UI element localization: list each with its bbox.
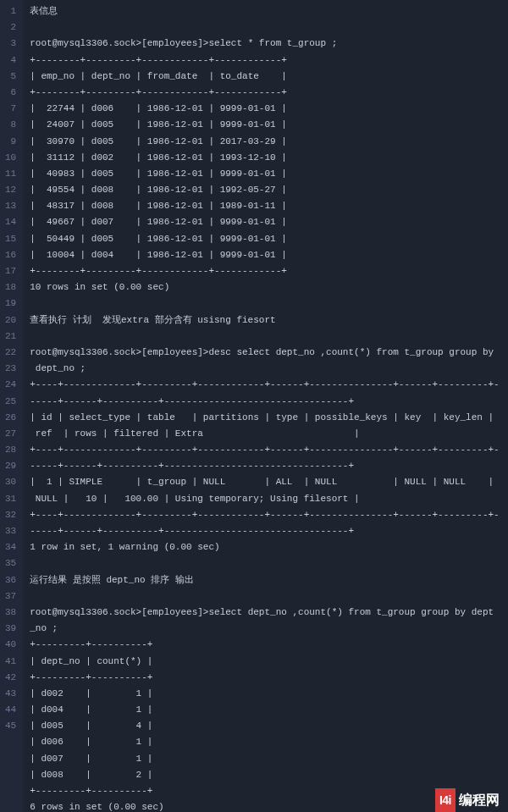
code-line: NULL | 10 | 100.00 | Using temporary; Us… [30, 491, 501, 507]
line-number: 31 [5, 491, 16, 507]
line-number: 15 [5, 231, 16, 247]
line-number: 37 [5, 588, 16, 605]
code-line: | id | select_type | table | partitions … [30, 410, 501, 426]
code-line: +--------+---------+------------+-------… [30, 85, 501, 101]
line-number: 2 [5, 19, 16, 36]
code-line: | 49667 | d007 | 1986-12-01 | 9999-01-01… [30, 214, 501, 230]
code-line: dept_no ; [30, 361, 501, 377]
line-number: 22 [5, 345, 16, 361]
line-number: 32 [5, 507, 16, 523]
line-number: 41 [5, 654, 16, 670]
code-line: 6 rows in set (0.00 sec) [30, 799, 501, 812]
code-line: +----+-------------+---------+----------… [30, 507, 501, 523]
code-line: | d002 | 1 | [30, 686, 501, 702]
code-line: 表信息 [30, 3, 501, 19]
line-number: 17 [5, 263, 16, 279]
code-line: | emp_no | dept_no | from_date | to_date… [30, 69, 501, 85]
code-line: root@mysql3306.sock>[employees]>select *… [30, 36, 501, 52]
line-number: 36 [5, 572, 16, 588]
code-line [30, 588, 501, 605]
line-number: 33 [5, 523, 16, 539]
line-number: 38 [5, 605, 16, 621]
line-number: 6 [5, 85, 16, 101]
line-number: 14 [5, 214, 16, 230]
line-number: 13 [5, 198, 16, 214]
code-line: | 50449 | d005 | 1986-12-01 | 9999-01-01… [30, 231, 501, 247]
line-number: 9 [5, 134, 16, 150]
code-line: | 10004 | d004 | 1986-12-01 | 9999-01-01… [30, 247, 501, 263]
code-line: | 40983 | d005 | 1986-12-01 | 9999-01-01… [30, 166, 501, 182]
code-line: | 49554 | d008 | 1986-12-01 | 1992-05-27… [30, 182, 501, 198]
line-number: 7 [5, 101, 16, 117]
code-line: 查看执行 计划 发现extra 部分含有 usisng fiesort [30, 312, 501, 329]
line-number: 43 [5, 686, 16, 702]
line-number: 28 [5, 442, 16, 458]
line-number: 1 [5, 3, 16, 19]
code-content[interactable]: 表信息root@mysql3306.sock>[employees]>selec… [23, 0, 508, 812]
line-number: 12 [5, 182, 16, 198]
line-number: 29 [5, 458, 16, 474]
code-line: +---------+----------+ [30, 783, 501, 799]
watermark-logo: I4i 编程网 [435, 788, 500, 812]
code-line [30, 296, 501, 312]
code-line: _no ; [30, 621, 501, 637]
code-line: 1 row in set, 1 warning (0.00 sec) [30, 539, 501, 555]
line-number: 25 [5, 394, 16, 410]
code-line: | d007 | 1 | [30, 751, 501, 767]
code-line: root@mysql3306.sock>[employees]>desc sel… [30, 345, 501, 361]
code-line: | 31112 | d002 | 1986-12-01 | 1993-12-10… [30, 150, 501, 166]
line-number: 34 [5, 539, 16, 555]
code-line: | d004 | 1 | [30, 702, 501, 718]
logo-badge: I4i [435, 788, 456, 812]
line-number: 39 [5, 621, 16, 637]
line-number: 20 [5, 312, 16, 329]
line-number: 5 [5, 69, 16, 85]
line-number: 45 [5, 718, 16, 734]
line-number: 21 [5, 329, 16, 345]
code-line: +---------+----------+ [30, 637, 501, 653]
code-line: | 24007 | d005 | 1986-12-01 | 9999-01-01… [30, 117, 501, 133]
line-number [5, 783, 16, 799]
code-line: 10 rows in set (0.00 sec) [30, 279, 501, 296]
line-number [5, 734, 16, 750]
line-number: 11 [5, 166, 16, 182]
line-number: 27 [5, 426, 16, 442]
line-number: 26 [5, 410, 16, 426]
code-line: | 48317 | d008 | 1986-12-01 | 1989-01-11… [30, 198, 501, 214]
line-number: 18 [5, 279, 16, 296]
code-line: root@mysql3306.sock>[employees]>select d… [30, 605, 501, 621]
code-line [30, 19, 501, 36]
line-number [5, 799, 16, 812]
line-number: 10 [5, 150, 16, 166]
line-number: 16 [5, 247, 16, 263]
code-line: -----+------+----------+----------------… [30, 394, 501, 410]
code-line: +---------+----------+ [30, 670, 501, 686]
line-number: 35 [5, 555, 16, 572]
code-line: | d006 | 1 | [30, 734, 501, 750]
code-line: | 30970 | d005 | 1986-12-01 | 2017-03-29… [30, 134, 501, 150]
line-number: 24 [5, 377, 16, 393]
line-number: 4 [5, 52, 16, 69]
code-line: -----+------+----------+----------------… [30, 458, 501, 474]
code-line: | d008 | 2 | [30, 767, 501, 783]
line-number: 23 [5, 361, 16, 377]
code-line [30, 555, 501, 572]
code-line [30, 329, 501, 345]
code-editor: 1234567891011121314151617181920212223242… [0, 0, 508, 812]
line-number [5, 767, 16, 783]
code-line: +----+-------------+---------+----------… [30, 377, 501, 393]
line-number [5, 751, 16, 767]
code-line: | dept_no | count(*) | [30, 654, 501, 670]
line-number: 3 [5, 36, 16, 52]
code-line: -----+------+----------+----------------… [30, 523, 501, 539]
code-line: 运行结果 是按照 dept_no 排序 输出 [30, 572, 501, 588]
logo-text: 编程网 [459, 789, 500, 811]
line-number: 40 [5, 637, 16, 653]
line-number: 44 [5, 702, 16, 718]
code-line: | d005 | 4 | [30, 718, 501, 734]
code-line: ref | rows | filtered | Extra | [30, 426, 501, 442]
code-line: +--------+---------+------------+-------… [30, 263, 501, 279]
line-number: 8 [5, 117, 16, 133]
line-number: 42 [5, 670, 16, 686]
code-line: +----+-------------+---------+----------… [30, 442, 501, 458]
